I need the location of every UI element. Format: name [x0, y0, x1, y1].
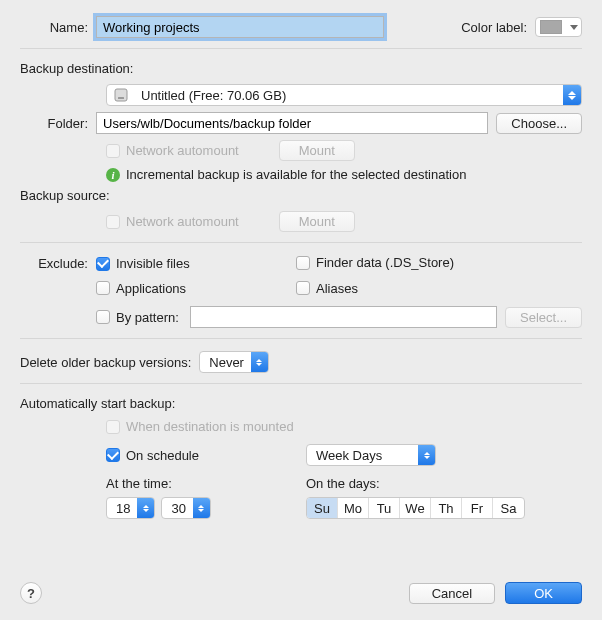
exclude-invisible-label: Invisible files [116, 256, 190, 271]
help-button[interactable]: ? [20, 582, 42, 604]
exclude-label: Exclude: [20, 255, 96, 271]
color-label-select[interactable] [535, 17, 582, 37]
checkbox-icon [106, 215, 120, 229]
exclude-aliases-label: Aliases [316, 281, 358, 296]
cancel-button[interactable]: Cancel [409, 583, 495, 604]
auto-start-title: Automatically start backup: [20, 396, 582, 411]
schedule-mode-value: Week Days [307, 448, 418, 463]
exclude-select-button: Select... [505, 307, 582, 328]
info-icon: i [106, 168, 120, 182]
name-label: Name: [20, 20, 96, 35]
backup-destination-title: Backup destination: [20, 61, 582, 76]
choose-folder-button[interactable]: Choose... [496, 113, 582, 134]
ok-button[interactable]: OK [505, 582, 582, 604]
on-days-label: On the days: [306, 476, 380, 491]
svg-rect-1 [118, 97, 124, 99]
day-segment-sa[interactable]: Sa [493, 498, 524, 518]
time-hour-value: 18 [107, 501, 137, 516]
up-down-caret-icon [193, 498, 210, 518]
time-minute-select[interactable]: 30 [161, 497, 210, 519]
auto-when-mounted-label: When destination is mounted [126, 419, 294, 434]
up-down-caret-icon [563, 85, 581, 105]
backup-source-title: Backup source: [20, 188, 582, 203]
exclude-applications-label: Applications [116, 281, 186, 296]
up-down-caret-icon [418, 445, 435, 465]
delete-older-select[interactable]: Never [199, 351, 269, 373]
exclude-pattern-input[interactable] [190, 306, 497, 328]
day-segment-th[interactable]: Th [431, 498, 462, 518]
color-label: Color label: [461, 20, 527, 35]
svg-rect-0 [115, 89, 127, 101]
time-hour-select[interactable]: 18 [106, 497, 155, 519]
name-input[interactable] [96, 16, 384, 38]
exclude-applications-checkbox[interactable]: Applications [96, 281, 186, 296]
checkbox-icon [296, 256, 310, 270]
up-down-caret-icon [251, 352, 268, 372]
checkbox-icon [106, 448, 120, 462]
auto-on-schedule-label: On schedule [126, 448, 199, 463]
disk-icon [107, 87, 133, 103]
checkbox-icon [106, 144, 120, 158]
destination-disk-text: Untitled (Free: 70.06 GB) [133, 88, 563, 103]
time-minute-value: 30 [162, 501, 192, 516]
auto-when-mounted-checkbox: When destination is mounted [106, 419, 294, 434]
folder-input[interactable] [96, 112, 488, 134]
delete-older-value: Never [200, 355, 251, 370]
at-time-label: At the time: [106, 476, 306, 491]
source-automount-checkbox: Network automount [106, 214, 239, 229]
auto-on-schedule-checkbox[interactable]: On schedule [106, 448, 306, 463]
checkbox-icon [296, 281, 310, 295]
destination-disk-select[interactable]: Untitled (Free: 70.06 GB) [106, 84, 582, 106]
day-segment-fr[interactable]: Fr [462, 498, 493, 518]
schedule-mode-select[interactable]: Week Days [306, 444, 436, 466]
exclude-finder-checkbox[interactable]: Finder data (.DS_Store) [296, 255, 454, 270]
dest-automount-label: Network automount [126, 143, 239, 158]
day-segment-we[interactable]: We [400, 498, 431, 518]
exclude-pattern-checkbox[interactable]: By pattern: [96, 310, 190, 325]
day-segment-tu[interactable]: Tu [369, 498, 400, 518]
exclude-finder-label: Finder data (.DS_Store) [316, 255, 454, 270]
days-segmented-control[interactable]: SuMoTuWeThFrSa [306, 497, 525, 519]
exclude-invisible-checkbox[interactable]: Invisible files [96, 256, 190, 271]
exclude-pattern-label: By pattern: [116, 310, 179, 325]
source-mount-button: Mount [279, 211, 355, 232]
dest-mount-button: Mount [279, 140, 355, 161]
up-down-caret-icon [137, 498, 154, 518]
source-automount-label: Network automount [126, 214, 239, 229]
dest-automount-checkbox: Network automount [106, 143, 239, 158]
checkbox-icon [96, 257, 110, 271]
checkbox-icon [106, 420, 120, 434]
day-segment-su[interactable]: Su [307, 498, 338, 518]
color-swatch-icon [540, 20, 562, 34]
checkbox-icon [96, 310, 110, 324]
folder-label: Folder: [20, 116, 96, 131]
chevron-down-icon [566, 18, 581, 36]
delete-older-label: Delete older backup versions: [20, 355, 191, 370]
checkbox-icon [96, 281, 110, 295]
day-segment-mo[interactable]: Mo [338, 498, 369, 518]
exclude-aliases-checkbox[interactable]: Aliases [296, 281, 358, 296]
incremental-info-text: Incremental backup is available for the … [126, 167, 466, 182]
